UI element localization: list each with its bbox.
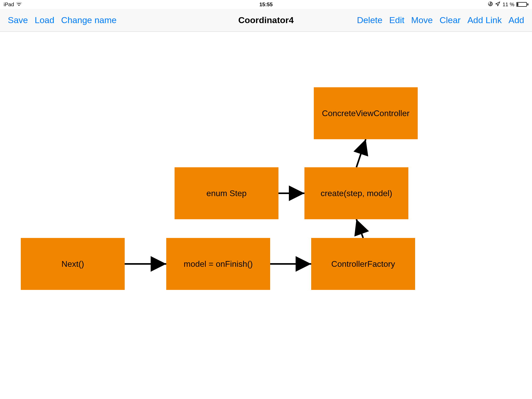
load-button[interactable]: Load — [35, 15, 55, 25]
node-cvc-label: ConcreteViewController — [322, 109, 409, 118]
node-enum[interactable]: enum Step — [175, 167, 278, 219]
node-factory-label: ControllerFactory — [331, 259, 395, 269]
clear-button[interactable]: Clear — [440, 15, 461, 25]
node-enum-label: enum Step — [207, 189, 247, 198]
wifi-icon — [16, 2, 22, 8]
node-next-label: Next() — [61, 259, 84, 269]
change-name-button[interactable]: Change name — [61, 15, 117, 25]
battery-text: 11 % — [502, 2, 514, 8]
device-label: iPad — [4, 2, 14, 8]
arrow-create-to-cvc[interactable] — [356, 139, 366, 167]
nav-right-group: Delete Edit Move Clear Add Link Add — [357, 15, 524, 25]
battery-icon — [516, 2, 528, 7]
nav-left-group: Save Load Change name — [8, 15, 117, 25]
save-button[interactable]: Save — [8, 15, 28, 25]
node-create-label: create(step, model) — [321, 189, 392, 198]
status-bar: iPad 15:55 11 % — [0, 0, 532, 9]
node-model-label: model = onFinish() — [184, 259, 253, 269]
rotation-lock-icon — [488, 1, 493, 8]
edit-button[interactable]: Edit — [389, 15, 404, 25]
node-next[interactable]: Next() — [21, 238, 125, 290]
node-model[interactable]: model = onFinish() — [166, 238, 270, 290]
nav-bar: Save Load Change name Coordinator4 Delet… — [0, 9, 532, 32]
add-link-button[interactable]: Add Link — [467, 15, 502, 25]
add-button[interactable]: Add — [509, 15, 524, 25]
status-right: 11 % — [488, 1, 528, 8]
arrow-factory-to-create[interactable] — [356, 219, 363, 238]
move-button[interactable]: Move — [411, 15, 433, 25]
status-time: 15:55 — [259, 2, 272, 8]
page-title: Coordinator4 — [238, 15, 294, 25]
node-cvc[interactable]: ConcreteViewController — [314, 87, 418, 139]
diagram-canvas[interactable]: Next()model = onFinish()ControllerFactor… — [0, 32, 532, 399]
node-factory[interactable]: ControllerFactory — [311, 238, 415, 290]
svg-rect-1 — [490, 3, 491, 4]
node-create[interactable]: create(step, model) — [304, 167, 408, 219]
location-icon — [495, 1, 500, 8]
status-left: iPad — [4, 2, 22, 8]
delete-button[interactable]: Delete — [357, 15, 382, 25]
